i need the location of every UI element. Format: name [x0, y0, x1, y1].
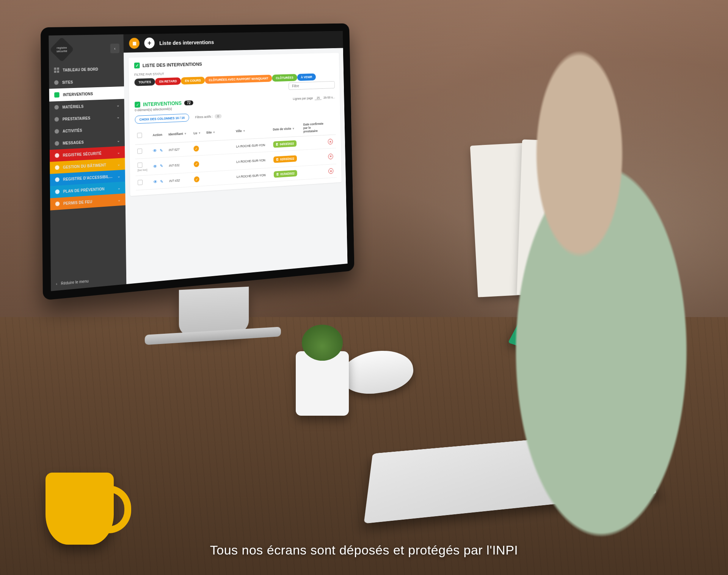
status-filter-cl-tur-es[interactable]: CLÔTURÉES [272, 74, 297, 82]
status-filter-en-cours[interactable]: EN COURS [181, 77, 205, 85]
edit-icon[interactable]: ✎ [160, 148, 163, 153]
read-status-icon: ✓ [194, 146, 199, 152]
row-checkbox[interactable] [137, 148, 142, 154]
column-chooser-button[interactable]: CHOIX DES COLONNES 16 / 16 [135, 113, 189, 124]
col-date-visite[interactable]: Date de visite▼ [271, 120, 301, 138]
cell-ville: LA ROCHE-SUR-YON [234, 152, 271, 170]
rows-per-page-label: Lignes par page [293, 96, 313, 101]
col-identifiant[interactable]: Identifiant▼ [166, 125, 192, 143]
chevron-down-icon: ⌄ [117, 115, 120, 119]
topbar-add-button[interactable]: + [144, 38, 154, 49]
chevron-down-icon: ⌄ [118, 186, 121, 190]
delete-button[interactable]: ✕ [328, 168, 333, 174]
plant-prop [296, 351, 349, 416]
register-icon [55, 165, 60, 170]
cell-site [205, 154, 235, 172]
sidebar-item-label: PRESTATAIRES [63, 116, 90, 121]
status-filter-en-retard[interactable]: EN RETARD [155, 77, 181, 85]
register-icon [55, 201, 60, 206]
row-checkbox[interactable] [138, 180, 143, 185]
col-date-confirmee[interactable]: Date confirmée par le prestataire [301, 119, 326, 137]
interventions-panel: LISTE DES INTERVENTIONS FILTRE PAR STATU… [129, 53, 342, 196]
col-ville[interactable]: Ville▼ [234, 121, 271, 140]
sidebar-item-label: ACTIVITÉS [63, 128, 82, 133]
sidebar-reduce-label: Réduire le menu [61, 279, 89, 286]
interventions-table: Action Identifiant▼ Lu▼ Site▼ V [135, 119, 337, 191]
cell-identifiant: INT-527 [166, 142, 192, 157]
chevron-down-icon: ⌄ [117, 174, 120, 178]
panel-title-text: LISTE DES INTERVENTIONS [143, 61, 202, 68]
calendar-icon: 🗓 [276, 173, 279, 176]
list-icon [54, 105, 59, 110]
chevron-left-icon: ‹ [114, 46, 116, 51]
col-site[interactable]: Site▼ [204, 123, 234, 141]
page-title: Liste des interventions [159, 39, 214, 46]
status-filter-row: FILTRE PAR STATUT TOUTESEN RETARDEN COUR… [134, 68, 335, 95]
sidebar-item-label: GESTION DU BÂTIMENT [63, 163, 106, 169]
filter-search-input[interactable] [289, 81, 335, 90]
checkbox-icon [54, 92, 60, 97]
sort-icon: ▼ [292, 127, 295, 130]
sidebar-item-label: REGISTRE SÉCURITÉ [63, 151, 102, 157]
cell-site [204, 140, 234, 155]
filter-by-status-label: FILTRE PAR STATUT [134, 72, 164, 77]
register-icon [55, 189, 60, 194]
row-note: [toc toc] [138, 168, 149, 172]
cell-identifiant: INT-531 [167, 156, 192, 174]
check-icon [134, 63, 140, 69]
sidebar-item-label: MESSAGES [63, 140, 84, 145]
rows-per-page-select[interactable]: 25 [315, 96, 322, 100]
col-action[interactable]: Action [151, 126, 166, 144]
sidebar-item-tableau-de-bord[interactable]: TABLEAU DE BORD [49, 62, 124, 77]
chevron-down-icon: ⌄ [118, 198, 121, 202]
sort-icon: ▼ [198, 131, 201, 135]
active-filters-count: 0 [215, 114, 221, 119]
list-icon [55, 117, 59, 121]
sidebar-item-label: PLAN DE PRÉVENTION [63, 187, 105, 193]
chevron-down-icon: ⌄ [117, 162, 120, 166]
sidebar-reduce-button[interactable]: ‹ Réduire le menu [51, 271, 126, 291]
monitor-frame: registre sécurité ‹ TABLEAU DE BORDSITES… [41, 24, 355, 300]
select-all-checkbox[interactable] [137, 133, 142, 138]
edit-icon[interactable]: ✎ [160, 163, 163, 168]
sort-icon: ▼ [243, 129, 245, 133]
calendar-icon: 🗓 [276, 143, 279, 146]
col-lu[interactable]: Lu▼ [191, 124, 204, 142]
pagination-range: 26-50 s... [323, 96, 335, 99]
topbar-grid-button[interactable]: ▦ [129, 38, 140, 49]
cell-site [205, 170, 235, 186]
sidebar: registre sécurité ‹ TABLEAU DE BORDSITES… [49, 35, 126, 291]
sidebar-collapse-button[interactable]: ‹ [110, 44, 119, 53]
list-icon [54, 80, 59, 85]
marketing-caption: Tous nos écrans sont déposés et protégés… [0, 543, 728, 558]
status-filter-cl-tur-es-avec-rapport-manquant[interactable]: CLÔTURÉES AVEC RAPPORT MANQUANT [205, 75, 272, 84]
status-filter-toutes[interactable]: TOUTES [134, 78, 155, 86]
person-prop [470, 46, 728, 539]
topbar: ▦ + Liste des interventions [123, 31, 343, 53]
status-filter--venir[interactable]: À VENIR [297, 74, 316, 81]
sidebar-item-label: TABLEAU DE BORD [63, 67, 98, 72]
date-visite-pill[interactable]: 🗓01/04/2022 [273, 170, 297, 178]
chevron-down-icon: ⌄ [117, 138, 120, 143]
count-badge: 72 [184, 100, 193, 105]
active-filters-label: Filtres actifs : [195, 115, 213, 119]
delete-button[interactable]: ✕ [328, 139, 333, 145]
calendar-icon: 🗓 [276, 157, 279, 161]
date-visite-pill[interactable]: 🗓02/03/2022 [273, 155, 297, 163]
view-icon[interactable]: 👁 [153, 179, 157, 184]
monitor-stand [179, 287, 249, 336]
sidebar-item-label: INTERVENTIONS [63, 92, 93, 97]
view-icon[interactable]: 👁 [153, 148, 157, 153]
cell-ville: LA ROCHE-SUR-YON [234, 168, 271, 184]
edit-icon[interactable]: ✎ [160, 179, 163, 184]
delete-button[interactable]: ✕ [328, 153, 333, 159]
row-checkbox[interactable] [138, 162, 143, 168]
list-icon [55, 129, 59, 134]
app-logo-text: registre sécurité [53, 46, 71, 53]
register-icon [55, 153, 60, 158]
cell-ville: LA ROCHE-SUR-YON [234, 138, 271, 154]
register-icon [55, 177, 60, 182]
date-visite-pill[interactable]: 🗓04/03/2022 [273, 140, 297, 148]
plus-icon: + [147, 39, 151, 47]
view-icon[interactable]: 👁 [153, 163, 157, 169]
